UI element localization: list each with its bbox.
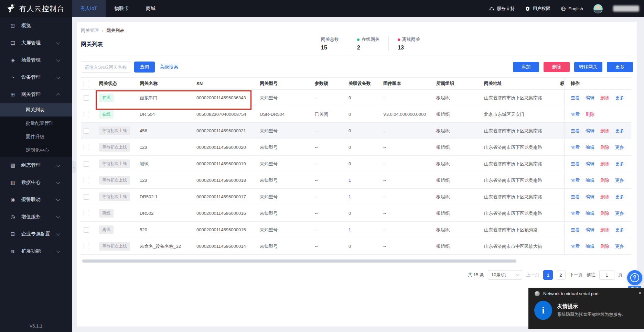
op-delete-link[interactable]: 删除 xyxy=(600,194,609,200)
row-checkbox[interactable] xyxy=(84,178,89,183)
tab-iot[interactable]: 有人IoT xyxy=(72,0,106,17)
sidebar-item-extensions[interactable]: ≋扩展功能 xyxy=(0,243,72,260)
op-delete-link[interactable]: 删除 xyxy=(600,161,609,167)
op-view-link[interactable]: 查看 xyxy=(571,95,580,101)
sidebar-item-overview[interactable]: ⊡概览 xyxy=(0,17,72,34)
op-delete-link[interactable]: 删除 xyxy=(600,243,609,250)
op-more-link[interactable]: 更多 xyxy=(615,210,624,217)
op-more-link[interactable]: 更多 xyxy=(615,243,624,250)
row-checkbox[interactable] xyxy=(84,161,89,167)
sidebar-item-device[interactable]: ◔设备管理 xyxy=(0,69,72,86)
op-view-link[interactable]: 查看 xyxy=(571,194,580,200)
device-count: 0 xyxy=(348,244,351,249)
op-more-link[interactable]: 更多 xyxy=(615,194,624,200)
search-input[interactable] xyxy=(81,62,131,73)
user-permission-link[interactable]: 用户权限 xyxy=(525,5,550,12)
close-icon[interactable]: × xyxy=(638,290,643,296)
top-navbar: 有人云控制台 有人IoT 物联卡 商城 服务支持 用户权限 xyxy=(0,0,644,17)
page-number-2[interactable]: 2 xyxy=(556,270,566,280)
sidebar-item-alarm[interactable]: ◉报警联动 xyxy=(0,191,72,208)
page-size-select[interactable]: 10条/页 xyxy=(488,270,522,280)
language-switch[interactable]: English xyxy=(561,6,583,11)
row-checkbox[interactable] xyxy=(84,128,89,134)
op-delete-link[interactable]: 删除 xyxy=(600,95,609,101)
sidebar-subitem-3[interactable]: 定制化中心 xyxy=(0,143,72,157)
more-button[interactable]: 更多 xyxy=(607,62,633,72)
op-view-link[interactable]: 查看 xyxy=(571,210,580,217)
sidebar-item-big-screen[interactable]: ▤大屏管理 xyxy=(0,34,72,52)
sidebar-subitem-1[interactable]: 批量配置管理 xyxy=(0,117,72,130)
op-delete-link[interactable]: 删除 xyxy=(586,111,594,118)
row-select-cell xyxy=(81,161,96,167)
help-button[interactable]: ? xyxy=(627,270,642,285)
op-edit-link[interactable]: 编辑 xyxy=(586,128,594,134)
device-count[interactable]: 1 xyxy=(348,178,351,183)
op-more-link[interactable]: 更多 xyxy=(615,144,624,151)
transfer-gateway-button[interactable]: 转移网关 xyxy=(574,62,602,72)
op-edit-link[interactable]: 编辑 xyxy=(586,194,594,200)
row-checkbox[interactable] xyxy=(84,244,89,249)
op-more-link[interactable]: 更多 xyxy=(615,161,624,167)
sidebar-subitem-0[interactable]: 网关列表 xyxy=(0,103,72,117)
status-badge: 等待初次上线 xyxy=(99,126,130,135)
row-checkbox[interactable] xyxy=(84,95,89,101)
sidebar-item-value-added[interactable]: ◷增值服务 xyxy=(0,208,72,225)
op-edit-link[interactable]: 编辑 xyxy=(586,177,594,184)
row-checkbox[interactable] xyxy=(84,227,89,233)
device-count[interactable]: 1 xyxy=(348,194,351,199)
op-delete-link[interactable]: 删除 xyxy=(600,128,609,134)
op-more-link[interactable]: 更多 xyxy=(615,227,624,233)
row-checkbox[interactable] xyxy=(84,211,89,216)
goto-page-input[interactable] xyxy=(599,270,614,280)
tab-sim-card[interactable]: 物联卡 xyxy=(106,0,137,17)
op-more-link[interactable]: 更多 xyxy=(615,95,624,101)
op-view-link[interactable]: 查看 xyxy=(571,243,580,250)
sidebar-item-data-center[interactable]: ▥数据中心 xyxy=(0,174,72,191)
select-all-checkbox[interactable] xyxy=(84,81,89,86)
op-edit-link[interactable]: 编辑 xyxy=(586,95,594,101)
op-view-link[interactable]: 查看 xyxy=(571,128,580,134)
delete-button[interactable]: 删除 xyxy=(544,62,570,72)
op-view-link[interactable]: 查看 xyxy=(571,177,580,184)
sidebar-item-scene[interactable]: ◈场景管理 xyxy=(0,52,72,69)
add-button[interactable]: 添加 xyxy=(513,62,539,72)
advanced-search-link[interactable]: 高级搜索 xyxy=(160,64,178,70)
op-edit-link[interactable]: 编辑 xyxy=(586,161,594,167)
op-edit-link[interactable]: 编辑 xyxy=(586,210,594,217)
op-view-link[interactable]: 查看 xyxy=(571,111,580,118)
avatar[interactable] xyxy=(593,4,603,13)
op-view-link[interactable]: 查看 xyxy=(571,227,580,233)
sidebar-item-scada[interactable]: ▨组态管理 xyxy=(0,157,72,174)
sidebar-collapse-handle[interactable]: ‹ xyxy=(72,161,76,173)
op-edit-link[interactable]: 编辑 xyxy=(586,144,594,151)
sidebar-subitem-2[interactable]: 固件升级 xyxy=(0,130,72,143)
row-checkbox[interactable] xyxy=(84,112,89,117)
op-edit-link[interactable]: 编辑 xyxy=(586,227,594,233)
row-checkbox[interactable] xyxy=(84,145,89,150)
op-view-link[interactable]: 查看 xyxy=(571,161,580,167)
op-delete-link[interactable]: 删除 xyxy=(600,144,609,151)
op-delete-link[interactable]: 删除 xyxy=(600,210,609,217)
horizontal-scrollbar-thumb[interactable] xyxy=(82,259,516,263)
op-more-link[interactable]: 更多 xyxy=(615,128,624,134)
op-view-link[interactable]: 查看 xyxy=(571,144,580,151)
sidebar-item-gateway[interactable]: ⊞网关管理 xyxy=(0,86,72,103)
tab-mall[interactable]: 商城 xyxy=(137,0,164,17)
page-number-1[interactable]: 1 xyxy=(543,270,553,280)
row-checkbox[interactable] xyxy=(84,194,89,200)
username-redacted[interactable] xyxy=(613,5,639,12)
data-center-icon: ▥ xyxy=(10,179,16,186)
op-delete-link[interactable]: 删除 xyxy=(600,227,609,233)
alarm-icon: ◉ xyxy=(10,197,16,203)
next-page-button[interactable]: 下一页 xyxy=(569,272,583,278)
service-support-link[interactable]: 服务支持 xyxy=(489,5,515,12)
page-size-value: 10条/页 xyxy=(491,272,506,278)
op-edit-link[interactable]: 编辑 xyxy=(586,243,594,250)
op-delete-link[interactable]: 删除 xyxy=(600,177,609,184)
op-more-link[interactable]: 更多 xyxy=(615,177,624,184)
device-count[interactable]: 1 xyxy=(348,227,351,232)
breadcrumb-parent[interactable]: 网关管理 xyxy=(81,27,99,34)
sidebar-item-enterprise-config[interactable]: ⊟企业专属配置 xyxy=(0,225,72,243)
query-button[interactable]: 查询 xyxy=(134,62,155,73)
prev-page-button[interactable]: 上一页 xyxy=(526,272,539,278)
